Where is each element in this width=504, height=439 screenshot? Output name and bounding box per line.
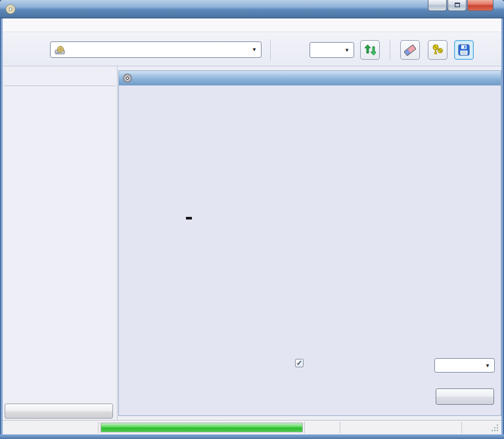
chevron-down-icon: ▼ — [248, 47, 261, 53]
settings-button[interactable] — [428, 40, 447, 60]
menu-bar — [3, 18, 501, 32]
erase-disc-button[interactable] — [400, 40, 420, 60]
refresh-icon — [364, 44, 376, 56]
chevron-down-icon: ▼ — [481, 363, 494, 369]
toolbar-separator — [270, 39, 271, 60]
test-speed-select[interactable]: ▼ — [434, 358, 495, 373]
divider — [3, 66, 501, 66]
progress-fill — [101, 423, 302, 432]
bis-chart — [136, 230, 333, 329]
statusbar-separator — [461, 422, 462, 433]
maximize-icon — [455, 3, 460, 7]
divider — [4, 85, 116, 86]
drive-select[interactable]: ▼ — [50, 41, 262, 58]
drive-icon — [55, 45, 66, 55]
ldc-chart — [136, 94, 333, 193]
refresh-button[interactable] — [360, 40, 380, 60]
app-window: ▼ ▼ — [0, 0, 504, 439]
statusbar-separator — [304, 422, 305, 433]
app-icon — [5, 4, 16, 14]
toolbar-separator — [390, 39, 390, 60]
maximize-button[interactable] — [447, 0, 467, 11]
resize-grip[interactable] — [492, 425, 493, 426]
screws-icon — [431, 43, 444, 57]
statusbar-separator — [98, 422, 99, 433]
start-button[interactable] — [436, 388, 494, 405]
window-border — [0, 434, 504, 439]
title-bar[interactable] — [0, 0, 504, 18]
floppy-disk-icon — [458, 44, 470, 56]
close-button[interactable] — [467, 0, 493, 11]
status-window-button[interactable] — [5, 404, 113, 419]
minimize-button[interactable] — [428, 0, 447, 11]
divider — [117, 66, 118, 420]
disc-quality-icon — [123, 74, 132, 83]
legend-marker — [186, 217, 192, 220]
speed-select[interactable]: ▼ — [309, 42, 354, 58]
save-button[interactable] — [454, 40, 474, 60]
chevron-down-icon: ▼ — [340, 47, 354, 53]
statusbar-separator — [340, 422, 340, 433]
eraser-icon — [403, 44, 417, 56]
progress-bar — [101, 423, 303, 432]
jitter-checkbox[interactable]: ✓ — [295, 359, 304, 367]
main-header — [119, 71, 501, 85]
